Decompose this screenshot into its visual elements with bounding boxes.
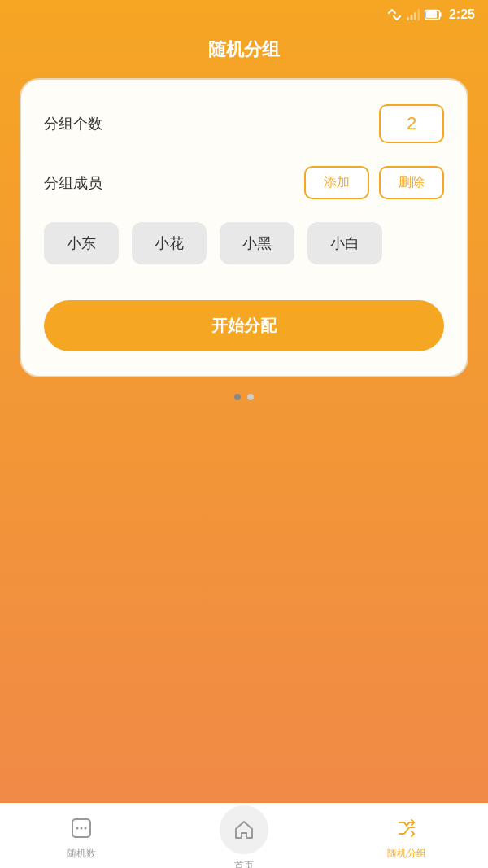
svg-rect-2	[414, 12, 416, 20]
members-row: 分组成员 添加 删除	[44, 166, 444, 199]
svg-rect-3	[417, 9, 420, 20]
member-tag-2[interactable]: 小黑	[220, 222, 294, 264]
status-bar: 2:25	[0, 0, 488, 29]
svg-point-8	[81, 827, 83, 829]
nav-item-random-group[interactable]: 随机分组	[325, 811, 488, 861]
nav-item-home[interactable]: 首页	[163, 799, 325, 869]
delete-button[interactable]: 删除	[379, 166, 444, 199]
pagination-dots	[0, 394, 488, 400]
add-button[interactable]: 添加	[304, 166, 369, 199]
page-title: 随机分组	[0, 29, 488, 78]
svg-point-7	[76, 827, 79, 829]
random-group-icon	[396, 818, 417, 844]
arrows-icon	[387, 9, 402, 20]
members-label: 分组成员	[44, 173, 304, 193]
dot-2	[247, 394, 254, 400]
signal-icon	[407, 9, 420, 20]
group-count-label: 分组个数	[44, 114, 379, 133]
svg-rect-1	[410, 15, 412, 20]
member-tag-1[interactable]: 小花	[132, 222, 207, 264]
members-grid: 小东 小花 小黑 小白	[44, 222, 444, 264]
group-count-row: 分组个数	[44, 104, 444, 143]
svg-rect-0	[407, 17, 409, 20]
svg-point-9	[85, 827, 87, 829]
nav-item-random-num[interactable]: 随机数	[0, 811, 163, 861]
svg-rect-5	[426, 11, 437, 18]
nav-label-home: 首页	[234, 859, 254, 869]
group-count-input[interactable]	[379, 104, 444, 143]
battery-icon	[425, 9, 442, 20]
bottom-nav: 随机数 首页 随机分组	[0, 803, 488, 868]
member-tag-3[interactable]: 小白	[307, 222, 382, 264]
dot-1	[234, 394, 241, 400]
start-button[interactable]: 开始分配	[44, 300, 444, 351]
nav-label-random-group: 随机分组	[387, 847, 426, 861]
main-card: 分组个数 分组成员 添加 删除 小东 小花 小黑 小白 开始分配	[20, 78, 468, 377]
random-num-icon	[71, 818, 92, 844]
home-icon	[233, 818, 255, 841]
home-circle	[220, 805, 268, 854]
member-actions: 添加 删除	[304, 166, 444, 199]
status-icons	[387, 9, 442, 20]
nav-label-random-num: 随机数	[67, 847, 96, 861]
member-tag-0[interactable]: 小东	[44, 222, 119, 264]
time-display: 2:25	[449, 7, 475, 22]
